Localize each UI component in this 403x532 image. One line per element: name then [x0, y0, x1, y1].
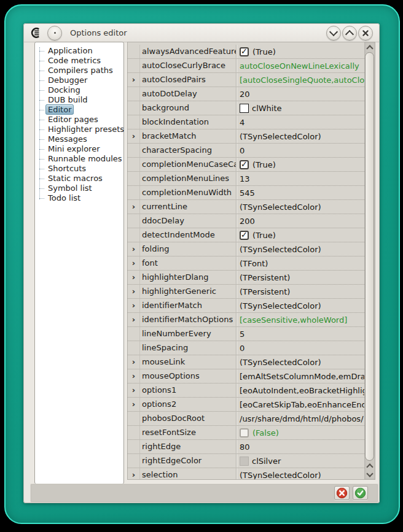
checkbox[interactable] — [240, 47, 249, 56]
sidebar-item[interactable]: Docking — [35, 85, 123, 95]
property-row[interactable]: › completionMenuLines 13 — [128, 172, 364, 186]
checkbox[interactable] — [240, 231, 249, 240]
sidebar-item[interactable]: Highlighter presets — [35, 125, 123, 134]
sidebar-item[interactable]: Todo list — [35, 193, 123, 203]
scroll-up-button-bottom[interactable] — [364, 461, 375, 470]
expand-arrow-icon[interactable]: › — [132, 471, 135, 479]
property-row[interactable]: › autoCloseCurlyBrace autoCloseOnNewLine… — [128, 59, 364, 73]
sidebar-item[interactable]: Compilers paths — [35, 66, 123, 75]
property-row[interactable]: › resetFontSize (False) — [128, 426, 364, 440]
scrollbar-thumb[interactable] — [365, 52, 374, 461]
expand-arrow-icon[interactable]: › — [132, 75, 135, 83]
expand-arrow-icon[interactable]: › — [132, 400, 135, 408]
property-row[interactable]: › bracketMatch (TSynSelectedColor) — [128, 129, 364, 144]
property-value-cell[interactable]: /usr/share/dmd/html/d/phobos/ — [236, 412, 364, 425]
checkbox[interactable] — [240, 160, 249, 169]
property-value-cell[interactable]: (TPersistent) — [236, 285, 364, 298]
property-value-cell[interactable]: 0 — [236, 144, 364, 157]
expand-arrow-icon[interactable]: › — [132, 259, 135, 267]
scroll-down-button[interactable] — [364, 470, 375, 479]
property-row[interactable]: › lineSpacing 0 — [128, 341, 364, 355]
property-value-cell[interactable]: autoCloseOnNewLineLexically — [236, 59, 364, 72]
vertical-scrollbar[interactable] — [364, 42, 375, 479]
property-row[interactable]: › rightEdge 80 — [128, 440, 364, 454]
sidebar-item[interactable]: Runnable modules — [35, 154, 123, 164]
expand-arrow-icon[interactable]: › — [132, 301, 135, 309]
property-row[interactable]: › currentLine (TSynSelectedColor) — [128, 200, 364, 214]
expand-arrow-icon[interactable]: › — [132, 273, 135, 281]
property-row[interactable]: › mouseLink (TSynSelectedColor) — [128, 355, 364, 369]
property-row[interactable]: › identifierMatch (TSynSelectedColor) — [128, 299, 364, 313]
sidebar-item[interactable]: Editor pages — [35, 115, 123, 125]
scroll-up-button[interactable] — [364, 42, 375, 52]
property-value-cell[interactable]: 545 — [236, 186, 364, 199]
property-row[interactable]: › alwaysAdvancedFeatures (True) — [128, 45, 364, 59]
checkbox[interactable] — [240, 428, 249, 438]
property-value-cell[interactable]: clWhite — [236, 101, 364, 115]
sidebar-item[interactable]: Editor — [35, 105, 123, 115]
property-value-cell[interactable]: [eoCaretSkipTab,eoEnhanceEndKe — [236, 398, 364, 411]
expand-arrow-icon[interactable]: › — [132, 372, 135, 380]
property-row[interactable]: › options2 [eoCaretSkipTab,eoEnhanceEndK… — [128, 398, 364, 412]
property-row[interactable]: › folding (TSynSelectedColor) — [128, 242, 364, 256]
property-value-cell[interactable]: [caseSensitive,wholeWord] — [236, 313, 364, 326]
window-menu-button[interactable] — [47, 26, 62, 40]
property-value-cell[interactable]: (TSynSelectedColor) — [236, 129, 364, 143]
expand-arrow-icon[interactable]: › — [132, 386, 135, 394]
property-row[interactable]: › identifierMatchOptions [caseSensitive,… — [128, 313, 364, 327]
property-value-cell[interactable]: 80 — [236, 440, 364, 453]
property-value-cell[interactable]: (TSynSelectedColor) — [236, 299, 364, 312]
property-value-cell[interactable]: 0 — [236, 341, 364, 355]
property-row[interactable]: › detectIndentMode (True) — [128, 228, 364, 242]
property-value-cell[interactable]: (TSynSelectedColor) — [236, 468, 364, 480]
shade-button[interactable] — [326, 26, 341, 40]
sidebar-item[interactable]: Application — [35, 46, 123, 56]
property-value-cell[interactable]: clSilver — [236, 454, 364, 468]
property-row[interactable]: › options1 [eoAutoIndent,eoBracketHighli… — [128, 384, 364, 398]
property-row[interactable]: › rightEdgeColor clSilver — [128, 454, 364, 468]
property-value-cell[interactable]: [eoAutoIndent,eoBracketHighlight — [236, 384, 364, 397]
property-value-cell[interactable]: (TPersistent) — [236, 271, 364, 284]
sidebar-item[interactable]: Debugger — [35, 75, 123, 85]
property-row[interactable]: › ddocDelay 200 — [128, 214, 364, 228]
property-row[interactable]: › lineNumberEvery 5 — [128, 327, 364, 341]
property-value-cell[interactable]: 200 — [236, 214, 364, 228]
property-value-cell[interactable]: (True) — [236, 158, 364, 171]
property-value-cell[interactable]: (TSynSelectedColor) — [236, 200, 364, 214]
property-row[interactable]: › autoClosedPairs [autoCloseSingleQuote,… — [128, 73, 364, 87]
property-row[interactable]: › completionMenuWidth 545 — [128, 186, 364, 200]
property-row[interactable]: › mouseOptions [emAltSetsColumnMode,emDr… — [128, 369, 364, 384]
property-value-cell[interactable]: 5 — [236, 327, 364, 341]
sidebar-item[interactable]: Mini explorer — [35, 144, 123, 154]
property-value-cell[interactable]: (TFont) — [236, 256, 364, 270]
property-row[interactable]: › font (TFont) — [128, 256, 364, 271]
expand-arrow-icon[interactable]: › — [132, 132, 135, 140]
property-row[interactable]: › completionMenuCaseCare (True) — [128, 158, 364, 172]
expand-arrow-icon[interactable]: › — [132, 245, 135, 253]
expand-arrow-icon[interactable]: › — [132, 202, 135, 210]
sidebar-item[interactable]: Messages — [35, 134, 123, 144]
property-row[interactable]: › highlighterGeneric (TPersistent) — [128, 285, 364, 299]
sidebar-item[interactable]: Code metrics — [35, 56, 123, 66]
property-value-cell[interactable]: (False) — [236, 426, 364, 439]
property-row[interactable]: › characterSpacing 0 — [128, 144, 364, 158]
expand-arrow-icon[interactable]: › — [132, 358, 135, 366]
property-row[interactable]: › selection (TSynSelectedColor) — [128, 468, 364, 480]
titlebar[interactable]: Options editor — [24, 24, 379, 42]
property-value-cell[interactable]: [emAltSetsColumnMode,emDragDr — [236, 369, 364, 383]
property-value-cell[interactable]: (TSynSelectedColor) — [236, 355, 364, 369]
cancel-button[interactable] — [334, 486, 350, 500]
sidebar-item[interactable]: Shortcuts — [35, 164, 123, 174]
property-value-cell[interactable]: (True) — [236, 45, 364, 58]
sidebar-item[interactable]: Symbol list — [35, 183, 123, 193]
property-value-cell[interactable]: (True) — [236, 228, 364, 242]
sidebar-item[interactable]: DUB build — [35, 95, 123, 105]
property-row[interactable]: › background clWhite — [128, 101, 364, 115]
property-value-cell[interactable]: (TSynSelectedColor) — [236, 242, 364, 256]
property-row[interactable]: › highlighterDlang (TPersistent) — [128, 271, 364, 285]
sidebar-item[interactable]: Static macros — [35, 174, 123, 183]
property-value-cell[interactable]: 13 — [236, 172, 364, 185]
maximize-button[interactable] — [342, 26, 357, 40]
property-row[interactable]: › phobosDocRoot /usr/share/dmd/html/d/ph… — [128, 412, 364, 426]
close-button[interactable] — [358, 26, 373, 40]
